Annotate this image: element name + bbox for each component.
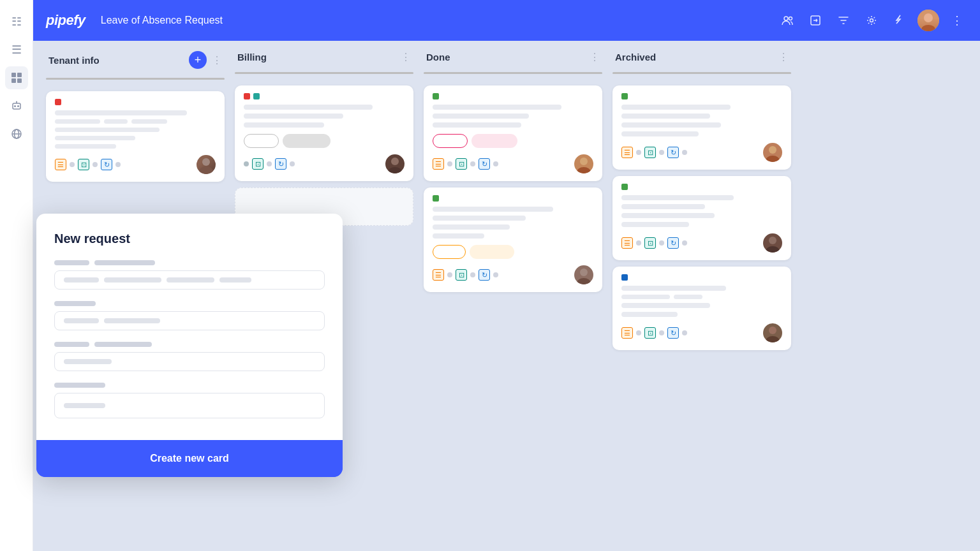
skeleton-line [621, 195, 734, 200]
footer-icon-attach[interactable]: ⊡ [644, 237, 656, 249]
skeleton-row [621, 295, 782, 299]
tag-dot-green [621, 93, 628, 99]
form-input-1[interactable] [54, 270, 325, 290]
label-block [54, 260, 89, 265]
skeleton-line [244, 122, 324, 128]
form-input-3[interactable] [54, 352, 325, 371]
card-archived-3[interactable]: ☰ ⊡ ↻ [612, 267, 791, 350]
footer-icon-attach[interactable]: ⊡ [644, 327, 656, 339]
card-done-1[interactable]: ☰ ⊡ ↻ [424, 85, 602, 181]
sidebar-icon-bot[interactable] [5, 94, 28, 117]
footer-icon-refresh[interactable]: ↻ [479, 269, 490, 281]
card-footer: ⊡ ↻ [244, 154, 405, 173]
add-card-tenant-info-button[interactable]: + [189, 51, 207, 69]
input-placeholder-block [104, 277, 161, 283]
footer-dot [659, 240, 664, 246]
footer-icon-checklist[interactable]: ☰ [55, 159, 66, 170]
sidebar-icon-table[interactable] [5, 66, 28, 89]
footer-icon-attach[interactable]: ⊡ [252, 158, 264, 170]
column-more-done[interactable]: ⋮ [590, 51, 600, 63]
automation-icon[interactable] [889, 10, 910, 31]
skeleton-line [433, 224, 510, 230]
footer-icon-checklist[interactable]: ☰ [433, 269, 444, 281]
form-input-4[interactable] [54, 393, 325, 418]
card-archived-1[interactable]: ☰ ⊡ ↻ [612, 85, 791, 170]
sidebar-icon-list[interactable]: ☰ [5, 38, 28, 61]
column-title-tenant-info: Tenant info [48, 55, 184, 66]
footer-dot [682, 150, 687, 155]
card-done-2[interactable]: ☰ ⊡ ↻ [424, 187, 602, 292]
card-footer-icons: ☰ ⊡ ↻ [55, 159, 121, 170]
user-avatar-header[interactable] [917, 10, 939, 31]
form-group-1 [54, 260, 325, 290]
footer-icon-refresh[interactable]: ↻ [275, 158, 286, 170]
card-footer: ☰ ⊡ ↻ [433, 154, 593, 173]
skeleton-line [674, 295, 702, 299]
column-header-archived: Archived ⋮ [612, 51, 791, 63]
column-title-done: Done [426, 52, 584, 62]
footer-icon-refresh[interactable]: ↻ [479, 158, 490, 170]
form-input-2[interactable] [54, 311, 325, 330]
form-group-2 [54, 301, 325, 330]
pill-fill-pink [471, 134, 517, 148]
settings-icon[interactable] [861, 10, 882, 31]
import-icon[interactable] [805, 10, 826, 31]
pill-fill-orange [470, 245, 514, 259]
footer-icon-attach[interactable]: ⊡ [644, 147, 656, 158]
footer-icon-checklist[interactable]: ☰ [621, 147, 633, 158]
skeleton-line [244, 114, 343, 119]
skeleton-line [621, 286, 726, 291]
create-new-card-button[interactable]: Create new card [36, 440, 343, 477]
skeleton-line [621, 295, 670, 299]
svg-point-19 [391, 158, 399, 165]
card-footer-icons: ☰ ⊡ ↻ [433, 269, 498, 281]
column-header-done: Done ⋮ [424, 51, 602, 63]
filter-icon[interactable] [833, 10, 854, 31]
footer-dot [493, 272, 498, 277]
tag-dot-blue [621, 274, 628, 281]
column-line-done [424, 72, 602, 74]
card-footer-icons: ☰ ⊡ ↻ [433, 158, 498, 170]
logo: pipefy [46, 12, 85, 29]
footer-icon-attach[interactable]: ⊡ [78, 159, 89, 170]
svg-rect-2 [11, 78, 16, 83]
column-more-billing[interactable]: ⋮ [401, 51, 411, 63]
card-archived-2[interactable]: ☰ ⊡ ↻ [612, 176, 791, 260]
sidebar-icon-globe[interactable] [5, 122, 28, 145]
footer-icon-attach[interactable]: ⊡ [456, 269, 467, 281]
footer-icon-checklist[interactable]: ☰ [621, 327, 633, 339]
footer-icon-checklist[interactable]: ☰ [433, 158, 444, 170]
more-options-icon[interactable]: ⋮ [947, 10, 967, 31]
footer-icon-refresh[interactable]: ↻ [667, 327, 679, 339]
label-block [54, 301, 96, 306]
card-avatar [574, 265, 593, 284]
column-more-archived[interactable]: ⋮ [778, 51, 789, 63]
skeleton-line [621, 213, 715, 218]
footer-icon-attach[interactable]: ⊡ [456, 158, 467, 170]
users-icon[interactable] [777, 10, 798, 31]
card-c1[interactable]: ☰ ⊡ ↻ [46, 91, 225, 182]
column-more-tenant-info[interactable]: ⋮ [212, 54, 222, 66]
card-avatar [763, 323, 782, 342]
header: pipefy Leave of Absence Request [33, 0, 980, 41]
card-footer: ☰ ⊡ ↻ [433, 265, 593, 284]
skeleton-line [433, 207, 553, 212]
skeleton-line [433, 216, 526, 221]
footer-icon-refresh[interactable]: ↻ [667, 147, 679, 158]
tag-dot-red [55, 99, 61, 105]
form-label-4 [54, 383, 325, 388]
card-footer: ☰ ⊡ ↻ [55, 155, 216, 174]
footer-icon-checklist[interactable]: ☰ [621, 237, 633, 249]
footer-dot [636, 150, 641, 155]
skeleton-line [55, 110, 187, 115]
card-tags [433, 195, 593, 202]
card-c2[interactable]: ⊡ ↻ [235, 85, 413, 181]
card-footer: ☰ ⊡ ↻ [621, 233, 782, 253]
sidebar-icon-grid[interactable]: ☷ [5, 10, 28, 33]
form-label-1 [54, 260, 325, 265]
svg-rect-1 [17, 73, 22, 77]
footer-dot [659, 150, 664, 155]
footer-icon-refresh[interactable]: ↻ [667, 237, 679, 249]
footer-icon-refresh[interactable]: ↻ [101, 159, 112, 170]
skeleton-line [433, 122, 521, 128]
